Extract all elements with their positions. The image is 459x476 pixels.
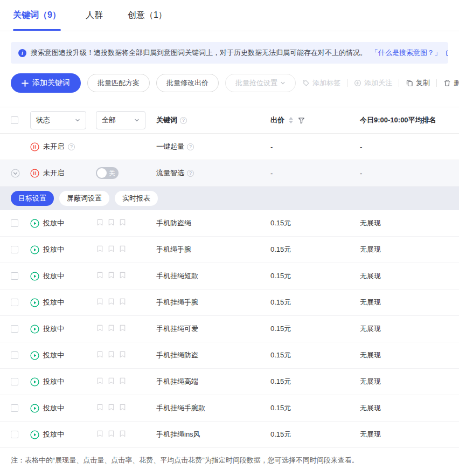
bookmark-icon[interactable] — [96, 245, 104, 253]
row-checkbox[interactable] — [11, 246, 18, 253]
row-bid: 0.15元 — [270, 377, 291, 385]
play-status-icon — [30, 325, 39, 334]
bookmark-icon[interactable] — [119, 324, 127, 332]
delete-button[interactable]: 删除 — [443, 78, 459, 88]
external-link-icon[interactable] — [446, 50, 448, 57]
tab-creative[interactable]: 创意（1） — [128, 0, 167, 31]
sort-icon[interactable] — [289, 117, 293, 123]
tab-keywords[interactable]: 关键词（9） — [13, 0, 61, 31]
row-bid: 0.15元 — [270, 245, 291, 253]
row-checkbox[interactable] — [11, 351, 18, 359]
row-status: 投放中 — [43, 245, 64, 254]
bookmark-icon[interactable] — [119, 298, 127, 306]
row-checkbox[interactable] — [11, 219, 18, 227]
help-icon[interactable]: ? — [187, 170, 194, 177]
tab-bar: 关键词（9） 人群 创意（1） — [0, 0, 459, 31]
row-tool-icons — [96, 271, 127, 279]
row-tool-icons — [96, 245, 127, 253]
chevron-down-icon — [280, 80, 286, 86]
bookmark-icon[interactable] — [96, 377, 104, 385]
add-tag-button[interactable]: 添加标签 — [302, 78, 340, 88]
scope-filter-select[interactable]: 全部 — [96, 111, 145, 129]
bookmark-icon[interactable] — [107, 430, 115, 438]
row-rank: 无展现 — [360, 430, 381, 438]
row-checkbox[interactable] — [11, 378, 18, 385]
subtab-label: 实时报表 — [122, 194, 150, 203]
toolbar: 添加关键词 批量匹配方案 批量修改出价 批量抢位设置 添加标签 添加关注 复制 — [11, 73, 459, 93]
batch-match-label: 批量匹配方案 — [98, 78, 140, 88]
table-row-keyword: 投放中 手机挂绳手腕款 0.15元 无展现 — [0, 395, 459, 422]
table-row-smart-traffic: 未开启 关 流量智选 ? - - — [0, 160, 459, 187]
row-checkbox[interactable] — [11, 404, 18, 412]
table-row-keyword: 投放中 手机挂绳短款 0.15元 无展现 — [0, 263, 459, 289]
row-checkbox[interactable] — [11, 325, 18, 333]
bookmark-icon[interactable] — [119, 271, 127, 279]
add-keyword-button[interactable]: 添加关键词 — [11, 73, 81, 93]
bookmark-icon[interactable] — [107, 377, 115, 385]
scope-filter-value: 全部 — [102, 115, 116, 125]
bookmark-icon[interactable] — [96, 430, 104, 438]
row-keyword: 手机防盗绳 — [156, 219, 191, 227]
table-row-keyword: 投放中 手机挂绳防盗 0.15元 无展现 — [0, 342, 459, 369]
follow-icon — [354, 79, 361, 87]
subtab-bar: 目标设置 屏蔽词设置 实时报表 — [0, 187, 459, 210]
row-feature-name: 一键起量 — [156, 142, 184, 151]
help-icon[interactable]: ? — [68, 143, 75, 150]
bid-column-header: 出价 — [270, 115, 284, 125]
batch-match-button[interactable]: 批量匹配方案 — [87, 74, 150, 92]
bookmark-icon[interactable] — [119, 245, 127, 253]
subtab-realtime-report[interactable]: 实时报表 — [115, 191, 158, 206]
bookmark-icon[interactable] — [107, 271, 115, 279]
footer-note: 注：表格中的“展现量、点击量、点击率、花费、平均点击花费”为指定时间段数据，您可… — [0, 448, 459, 473]
row-rank: 无展现 — [360, 377, 381, 385]
bookmark-icon[interactable] — [96, 298, 104, 306]
tab-creative-label: 创意（1） — [128, 10, 167, 21]
row-status: 投放中 — [43, 430, 64, 439]
bookmark-icon[interactable] — [107, 218, 115, 226]
bookmark-icon[interactable] — [96, 324, 104, 332]
batch-bid-label: 批量修改出价 — [166, 78, 208, 88]
bookmark-icon[interactable] — [96, 403, 104, 411]
bookmark-icon[interactable] — [119, 403, 127, 411]
expand-chevron-icon[interactable] — [11, 169, 20, 178]
row-checkbox[interactable] — [11, 431, 18, 438]
bookmark-icon[interactable] — [107, 350, 115, 358]
help-icon[interactable]: ? — [187, 143, 194, 150]
bookmark-icon[interactable] — [107, 298, 115, 306]
tab-audience[interactable]: 人群 — [86, 0, 103, 31]
row-status: 投放中 — [43, 298, 64, 307]
bookmark-icon[interactable] — [107, 245, 115, 253]
row-rank: 无展现 — [360, 325, 381, 333]
bookmark-icon[interactable] — [96, 350, 104, 358]
bookmark-icon[interactable] — [119, 350, 127, 358]
bookmark-icon[interactable] — [119, 218, 127, 226]
row-rank: 无展现 — [360, 219, 381, 227]
select-all-checkbox[interactable] — [11, 116, 18, 124]
smart-traffic-toggle[interactable]: 关 — [96, 167, 119, 179]
help-icon[interactable]: ? — [180, 117, 187, 124]
add-follow-button[interactable]: 添加关注 — [354, 78, 392, 88]
row-tool-icons — [96, 377, 127, 385]
row-keyword: 手机挂绳短款 — [156, 272, 198, 280]
row-bid: 0.15元 — [270, 272, 291, 280]
row-keyword: 手机挂绳高端 — [156, 377, 198, 385]
banner-link[interactable]: 「什么是搜索意图？」 — [371, 48, 441, 58]
bookmark-icon[interactable] — [96, 218, 104, 226]
copy-button[interactable]: 复制 — [406, 78, 430, 88]
bookmark-icon[interactable] — [107, 324, 115, 332]
batch-bid-button[interactable]: 批量修改出价 — [156, 74, 219, 92]
subtab-target-settings[interactable]: 目标设置 — [11, 191, 54, 206]
row-checkbox[interactable] — [11, 299, 18, 306]
filter-icon[interactable] — [298, 117, 305, 124]
bookmark-icon[interactable] — [107, 403, 115, 411]
row-bid: 0.15元 — [270, 404, 291, 412]
row-checkbox[interactable] — [11, 272, 18, 280]
bookmark-icon[interactable] — [96, 271, 104, 279]
bookmark-icon[interactable] — [119, 430, 127, 438]
plus-icon — [22, 80, 29, 87]
bookmark-icon[interactable] — [119, 377, 127, 385]
batch-rank-button[interactable]: 批量抢位设置 — [225, 74, 296, 92]
subtab-block-words[interactable]: 屏蔽词设置 — [59, 191, 109, 206]
table-row-keyword: 投放中 手机防盗绳 0.15元 无展现 — [0, 210, 459, 237]
status-filter-select[interactable]: 状态 — [30, 111, 86, 129]
